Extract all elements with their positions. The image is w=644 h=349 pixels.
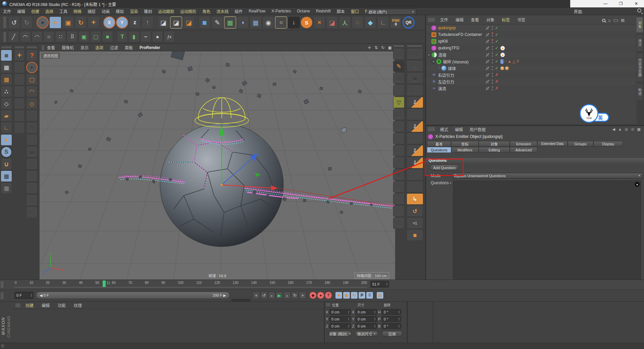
sep[interactable]	[196, 16, 198, 29]
menu-item[interactable]: 插件	[231, 7, 246, 15]
tab-groups[interactable]: Groups	[568, 141, 593, 147]
green-cube-icon[interactable]: ■	[102, 31, 113, 42]
disabled-tool-icon[interactable]: ⠿	[26, 195, 38, 206]
visibility-dots[interactable]	[492, 26, 493, 30]
bevel-tool-icon[interactable]: ◿	[393, 205, 405, 217]
tab-takes[interactable]: 场次	[636, 34, 643, 52]
mode-select[interactable]: Bypass Unanswered Questions ▼	[452, 173, 643, 179]
cube-tool-icon[interactable]: ▧	[393, 181, 405, 193]
edges-mode-icon[interactable]: ◇	[1, 98, 12, 109]
minimize-button[interactable]: —	[598, 0, 613, 7]
frame-spinner[interactable]: 51 F ▲▼	[370, 281, 389, 288]
eye-icon[interactable]: ◯	[613, 19, 619, 22]
pan-view-icon[interactable]: ✛	[368, 45, 371, 50]
object-menu-item[interactable]: 文件	[440, 17, 448, 22]
history-icon[interactable]: ▦	[637, 127, 641, 132]
add-question-button[interactable]: Add Question	[430, 164, 459, 171]
cubes-stack-icon[interactable]: ▧	[407, 48, 423, 60]
layer-box[interactable]	[485, 86, 490, 91]
tab-objects[interactable]: 对象	[636, 17, 643, 33]
disabled-cross-icon[interactable]: ✗	[495, 79, 498, 84]
tab-emission[interactable]: Emission	[510, 141, 537, 147]
mesh-tool-icon[interactable]: ▧	[393, 48, 405, 60]
camera-icon[interactable]: ◉	[262, 16, 274, 29]
cube-tool-icon[interactable]: ▢	[393, 121, 405, 132]
sep[interactable]	[114, 31, 116, 42]
bricks-icon[interactable]: ▤	[407, 60, 423, 72]
array-tool-icon[interactable]: ∷	[55, 31, 66, 42]
rotation-b-field[interactable]: 0 °▲▼	[382, 323, 401, 329]
expand-arrow-icon[interactable]: ▸	[450, 181, 452, 185]
state-to-object-icon[interactable]: ⇩	[407, 97, 423, 108]
cube-tool-icon[interactable]: ▧	[393, 109, 405, 120]
spline-circle-icon[interactable]: ○	[43, 31, 54, 42]
interface-select[interactable]: 启动 (用户) ▼	[367, 9, 416, 15]
bake-object-icon[interactable]: ⇩	[407, 157, 423, 168]
empty-slot[interactable]	[14, 98, 25, 109]
material-menu-item[interactable]: 功能	[58, 302, 66, 308]
menu-item[interactable]: RealFlow	[246, 7, 268, 15]
sep[interactable]	[154, 16, 157, 29]
fx-tool-icon[interactable]: ƒx	[164, 31, 175, 42]
workplane-snap-icon[interactable]: ▦	[1, 183, 12, 194]
workplane-lock-icon[interactable]: ▦	[1, 170, 12, 182]
start-frame-spinner[interactable]: 0 F ▲▼	[14, 292, 34, 299]
menu-item[interactable]: 编辑	[14, 7, 28, 15]
object-menu-item[interactable]: 查看	[471, 17, 479, 22]
visibility-dots[interactable]	[492, 66, 493, 70]
knife-lines-icon[interactable]: ▥	[393, 72, 405, 84]
visibility-dots[interactable]	[492, 53, 493, 57]
viewport-3d[interactable]: YXZ 透视视图 帧速 : 58.8 网格间距 : 100 cm	[40, 51, 395, 280]
coord-system-icon[interactable]: ↑	[142, 16, 154, 29]
empty-slot[interactable]	[14, 86, 25, 97]
tab-basic[interactable]: 基本	[427, 141, 451, 147]
collider-tag-icon[interactable]: ▲	[507, 59, 512, 64]
move-tool-icon[interactable]: +	[49, 16, 61, 29]
cluster-tool-icon[interactable]: ⠿	[67, 31, 78, 42]
cone-tool-icon[interactable]: ▽	[393, 97, 405, 108]
menu-item[interactable]: 运动跟踪	[155, 7, 177, 15]
polys-icon[interactable]: ▱	[407, 181, 423, 193]
position-z-field[interactable]: 0 cm▲▼	[329, 323, 351, 329]
questions-section-header[interactable]: Questions	[426, 158, 644, 163]
tab-extended-data[interactable]: Extended Data	[537, 141, 568, 147]
disabled-tool-icon[interactable]: ▧	[26, 207, 38, 218]
tab-modifiers[interactable]: Modifiers	[451, 147, 479, 153]
material-menu-item[interactable]: 创建	[25, 302, 34, 308]
visibility-dots[interactable]	[492, 73, 493, 77]
workplane-icon[interactable]: ▦	[250, 16, 262, 29]
soft-selection-icon[interactable]: S	[1, 146, 12, 158]
knife-tool-icon[interactable]: ╱	[8, 31, 19, 42]
polys-icon[interactable]: ▱	[407, 133, 423, 144]
live-select-icon[interactable]: ➤	[26, 62, 38, 73]
layer-box[interactable]	[485, 59, 490, 64]
texture-mode-icon[interactable]: ▩	[1, 62, 12, 73]
cube-tool-icon[interactable]: ▢	[393, 193, 405, 205]
spline-pen-icon[interactable]: ✎	[211, 16, 223, 29]
layer-box[interactable]	[485, 39, 490, 44]
visibility-dots[interactable]	[492, 86, 493, 90]
viewport-menu-item[interactable]: 查看	[47, 45, 55, 50]
menu-item[interactable]: 脚本	[334, 7, 348, 15]
cloth-icon[interactable]: ◆	[364, 16, 376, 29]
deformer-icon[interactable]: ◖	[237, 16, 249, 29]
position-y-field[interactable]: 0 cm▲▼	[329, 316, 351, 322]
disabled-tool-icon[interactable]: ▥	[26, 122, 38, 134]
enabled-check-icon[interactable]: ✓	[495, 39, 498, 44]
scatter-tool-icon[interactable]: ∴	[393, 145, 405, 156]
range-start-handle[interactable]: ◀ 0 F	[40, 293, 49, 298]
sim-tag-icon[interactable]	[500, 59, 503, 64]
phong-tag-icon[interactable]	[500, 66, 504, 70]
layer-box[interactable]	[485, 80, 490, 84]
layer-box[interactable]	[485, 53, 490, 57]
layer-box[interactable]	[485, 66, 490, 70]
record-key-button[interactable]: ◆	[309, 292, 317, 299]
snap-magnet-icon[interactable]: ∪	[1, 158, 12, 170]
menu-item[interactable]: 创建	[28, 7, 42, 15]
enabled-check-icon[interactable]: ✓	[495, 59, 498, 64]
brush-tool-icon[interactable]: ◠	[20, 31, 31, 42]
attribute-menu-item[interactable]: 用户数据	[470, 127, 486, 132]
menu-item[interactable]: 运动图形	[177, 7, 199, 15]
polys-icon[interactable]: ▱	[407, 109, 423, 120]
disabled-tool-icon[interactable]: ▧	[26, 110, 38, 121]
